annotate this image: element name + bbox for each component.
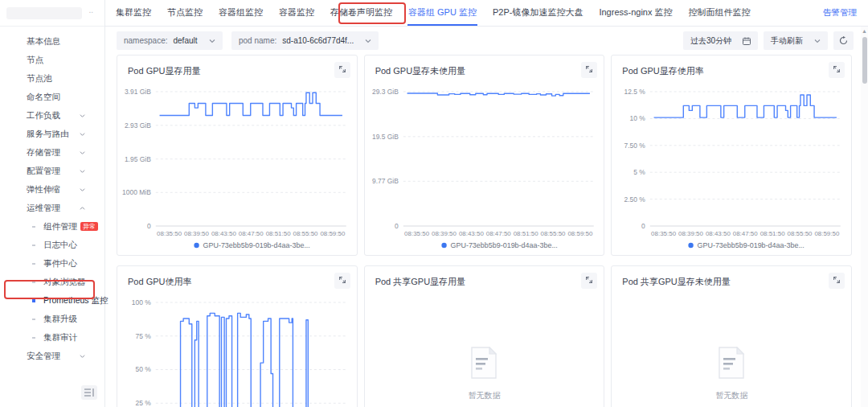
chart-title: Pod GPU使用率: [128, 276, 191, 288]
legend-dot-icon: [689, 243, 694, 248]
expand-chart-button[interactable]: [334, 273, 350, 289]
tab-1[interactable]: 集群监控: [108, 0, 159, 26]
chevron-down-icon: [80, 150, 85, 155]
sidebar-item-label: 服务与路由: [27, 129, 69, 138]
svg-text:19.5 GiB: 19.5 GiB: [372, 133, 399, 141]
sidebar-header-dots[interactable]: ..: [88, 6, 93, 14]
svg-text:GPU-73ebb5b9-019b-d4aa-3be...: GPU-73ebb5b9-019b-d4aa-3be...: [450, 241, 557, 249]
svg-text:12.5 %: 12.5 %: [624, 88, 646, 96]
sidebar-item-6[interactable]: 服务与路由: [0, 125, 104, 143]
status-badge: 异常: [80, 222, 98, 231]
svg-text:08:43:50: 08:43:50: [459, 230, 485, 237]
sidebar-item-label: 事件中心: [43, 258, 77, 268]
bullet-icon: [32, 299, 35, 302]
sidebar-item-16[interactable]: 集群升级: [0, 310, 104, 328]
bullet-icon: [32, 319, 35, 320]
tab-7[interactable]: P2P-镜像加速监控大盘: [485, 0, 591, 26]
sidebar-item-10[interactable]: 运维管理: [0, 199, 104, 217]
alert-management-link[interactable]: 告警管理: [823, 0, 857, 25]
sidebar-item-18[interactable]: 安全管理: [0, 347, 104, 365]
sidebar-item-label: 运维管理: [27, 203, 60, 212]
svg-text:2.50 %: 2.50 %: [624, 195, 646, 204]
time-range-value: 过去30分钟: [690, 35, 731, 47]
svg-text:08:51:50: 08:51:50: [760, 230, 786, 237]
bullet-icon: [32, 263, 35, 265]
sidebar-item-label: 集群审计: [43, 332, 77, 342]
sidebar-item-3[interactable]: 节点池: [0, 69, 104, 88]
sidebar-item-13[interactable]: 事件中心: [0, 254, 104, 273]
namespace-value: default: [173, 36, 197, 45]
sidebar-item-label: 基本信息: [27, 36, 60, 46]
sidebar-item-15-active[interactable]: Prometheus 监控: [0, 291, 104, 310]
sidebar-item-4[interactable]: 命名空间: [0, 88, 104, 106]
sidebar-item-8[interactable]: 配置管理: [0, 162, 104, 180]
expand-chart-button[interactable]: [581, 62, 597, 78]
sidebar-item-14[interactable]: 对象浏览器: [0, 273, 104, 291]
chevron-down-icon: [814, 39, 821, 43]
svg-text:08:47:50: 08:47:50: [239, 230, 264, 237]
sidebar-item-2[interactable]: 节点: [0, 51, 104, 69]
sidebar-item-1[interactable]: 基本信息: [0, 32, 104, 51]
chevron-down-icon: [80, 132, 85, 137]
scroll-up-arrow-icon[interactable]: ▲: [862, 28, 867, 34]
tab-9[interactable]: 控制面组件监控: [681, 0, 759, 26]
chart-title: Pod 共享GPU显存未使用量: [622, 276, 730, 288]
svg-text:08:59:50: 08:59:50: [320, 230, 346, 237]
tab-6-active[interactable]: 容器组 GPU 监控: [400, 0, 485, 26]
pod-name-value: sd-a10-6c6d77d4f...: [282, 36, 354, 45]
svg-text:5 %: 5 %: [634, 168, 646, 176]
svg-text:9.77 GiB: 9.77 GiB: [372, 177, 399, 185]
refresh-button[interactable]: [833, 31, 854, 50]
svg-text:08:43:50: 08:43:50: [211, 230, 237, 237]
chevron-up-icon: [80, 206, 85, 211]
chart-plot: 09.77 GiB19.5 GiB29.3 GiB08:35:5008:39:5…: [365, 56, 604, 256]
refresh-mode-select[interactable]: 手动刷新: [764, 31, 828, 50]
sidebar-item-17[interactable]: 集群审计: [0, 328, 104, 347]
svg-text:0: 0: [641, 222, 645, 230]
legend-item[interactable]: GPU-73ebb5b9-019b-d4aa-3be...: [441, 241, 557, 249]
sidebar-item-label: 弹性伸缩: [27, 184, 60, 194]
tab-8[interactable]: Ingress-nginx 监控: [591, 0, 680, 26]
pod-name-select[interactable]: pod name: sd-a10-6c6d77d4f...: [231, 31, 379, 50]
chart-plot: 02.50 %5 %7.50 %10 %12.5 %08:35:5008:39:…: [612, 56, 851, 256]
tab-2[interactable]: 节点监控: [159, 0, 211, 26]
svg-text:08:51:50: 08:51:50: [266, 230, 292, 237]
expand-icon: [584, 273, 594, 288]
bullet-icon: [32, 226, 35, 228]
sidebar-collapse-button[interactable]: [81, 385, 97, 400]
scrollbar-thumb[interactable]: [862, 37, 867, 84]
sidebar-item-11[interactable]: 组件管理异常: [0, 217, 104, 236]
expand-chart-button[interactable]: [829, 62, 845, 78]
tab-5[interactable]: 存储卷声明监控: [322, 0, 400, 26]
legend-dot-icon: [194, 243, 199, 248]
sidebar-item-7[interactable]: 存储管理: [0, 143, 104, 162]
legend-item[interactable]: GPU-73ebb5b9-019b-d4aa-3be...: [194, 241, 309, 249]
empty-state-message: 暂无数据: [365, 390, 604, 401]
expand-icon: [584, 63, 594, 77]
vertical-scrollbar[interactable]: ▲: [861, 27, 868, 407]
svg-text:08:59:50: 08:59:50: [567, 230, 593, 237]
expand-chart-button[interactable]: [581, 273, 597, 289]
svg-text:7.50 %: 7.50 %: [624, 142, 646, 150]
main-content: namespace: default pod name: sd-a10-6c6d…: [105, 27, 868, 407]
expand-chart-button[interactable]: [829, 273, 845, 289]
legend-item[interactable]: GPU-73ebb5b9-019b-d4aa-3be...: [689, 241, 805, 249]
sidebar-item-9[interactable]: 弹性伸缩: [0, 180, 104, 199]
sidebar-item-5[interactable]: 工作负载: [0, 106, 104, 125]
chevron-down-icon: [80, 169, 85, 174]
tab-3[interactable]: 容器组监控: [211, 0, 271, 26]
sidebar-item-label: 日志中心: [43, 240, 77, 249]
tab-4[interactable]: 容器监控: [271, 0, 322, 26]
expand-chart-button[interactable]: [334, 62, 350, 78]
filter-bar: namespace: default pod name: sd-a10-6c6d…: [117, 31, 854, 50]
bullet-icon: [32, 337, 35, 339]
svg-text:08:47:50: 08:47:50: [485, 230, 511, 237]
sidebar-item-label: 对象浏览器: [43, 277, 86, 286]
svg-text:08:59:50: 08:59:50: [815, 230, 841, 237]
bullet-icon: [32, 282, 35, 283]
chart-title: Pod GPU显存使用率: [622, 65, 703, 77]
chevron-down-icon: [80, 113, 85, 118]
sidebar-item-12[interactable]: 日志中心: [0, 236, 104, 254]
time-range-select[interactable]: 过去30分钟: [683, 31, 758, 50]
namespace-select[interactable]: namespace: default: [117, 31, 223, 50]
